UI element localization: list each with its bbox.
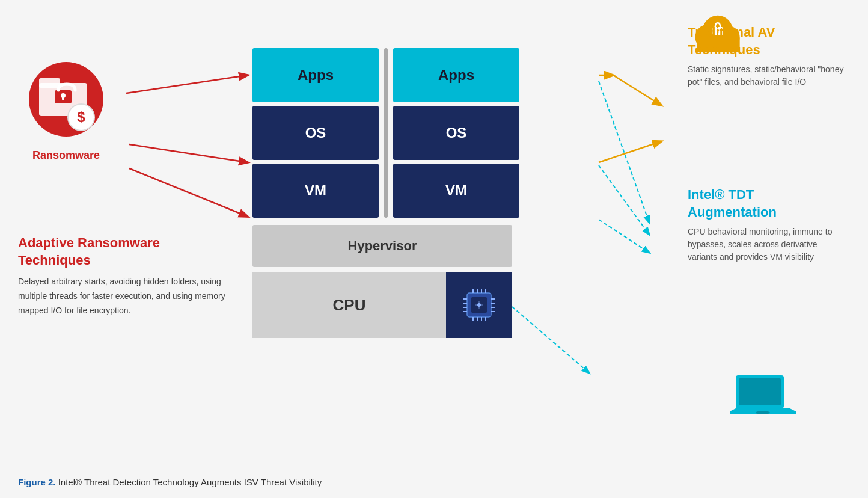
adaptive-ransomware-title: Adaptive Ransomware Techniques	[18, 235, 234, 269]
cpu-container: CPU	[252, 272, 512, 338]
left-stack-column: Apps OS VM	[252, 48, 379, 218]
figure-caption-bold: Figure 2.	[18, 477, 56, 487]
ransomware-icon: $	[24, 60, 108, 144]
left-vm-block: VM	[252, 164, 379, 218]
ransomware-label: Ransomware	[32, 149, 100, 162]
right-stack-column: Apps OS VM	[393, 48, 519, 218]
left-os-block: OS	[252, 106, 379, 160]
cpu-row: CPU	[252, 272, 512, 338]
svg-line-36	[599, 165, 649, 235]
right-apps-block: Apps	[393, 48, 519, 102]
svg-line-37	[599, 220, 649, 253]
svg-line-29	[126, 75, 248, 93]
cpu-chip	[446, 272, 512, 338]
traditional-av-title: Traditional AV Techniques	[688, 24, 844, 58]
svg-rect-47	[739, 378, 781, 405]
ransomware-section: $ Ransomware	[24, 60, 108, 162]
adaptive-ransomware-desc: Delayed arbitrary starts, avoiding hidde…	[18, 275, 234, 318]
figure-caption-text: Intel® Threat Detection Technology Augme…	[56, 477, 322, 487]
svg-line-33	[613, 75, 661, 105]
main-container: $ Ransomware Adaptive Ransomware Techniq…	[0, 0, 868, 498]
figure-caption: Figure 2. Intel® Threat Detection Techno…	[18, 477, 322, 487]
svg-point-48	[756, 411, 770, 414]
hypervisor-block: Hypervisor	[252, 225, 512, 267]
stack-divider	[384, 48, 388, 218]
svg-line-38	[512, 307, 589, 373]
svg-line-34	[599, 141, 661, 162]
right-os-block: OS	[393, 106, 519, 160]
svg-line-35	[599, 81, 649, 223]
hypervisor-container: Hypervisor	[252, 225, 512, 267]
stack-section: Apps OS VM Apps OS VM	[252, 48, 519, 218]
laptop-icon	[730, 372, 796, 426]
svg-line-30	[129, 144, 248, 162]
right-vm-block: VM	[393, 164, 519, 218]
svg-rect-2	[39, 78, 60, 88]
svg-line-31	[129, 168, 248, 217]
intel-tdt-section: Intel® TDT Augmentation CPU behavioral m…	[688, 186, 844, 263]
svg-text:$: $	[77, 109, 85, 125]
traditional-av-desc: Static signatures, static/behavioral "ho…	[688, 63, 844, 88]
left-apps-block: Apps	[252, 48, 379, 102]
traditional-av-section: Traditional AV Techniques Static signatu…	[688, 24, 844, 88]
cpu-label: CPU	[252, 272, 446, 338]
intel-tdt-desc: CPU behavioral monitoring, immune to byp…	[688, 226, 844, 263]
adaptive-ransomware-section: Adaptive Ransomware Techniques Delayed a…	[18, 235, 234, 318]
svg-point-28	[477, 303, 481, 307]
intel-tdt-title: Intel® TDT Augmentation	[688, 186, 844, 221]
svg-rect-5	[62, 96, 64, 100]
